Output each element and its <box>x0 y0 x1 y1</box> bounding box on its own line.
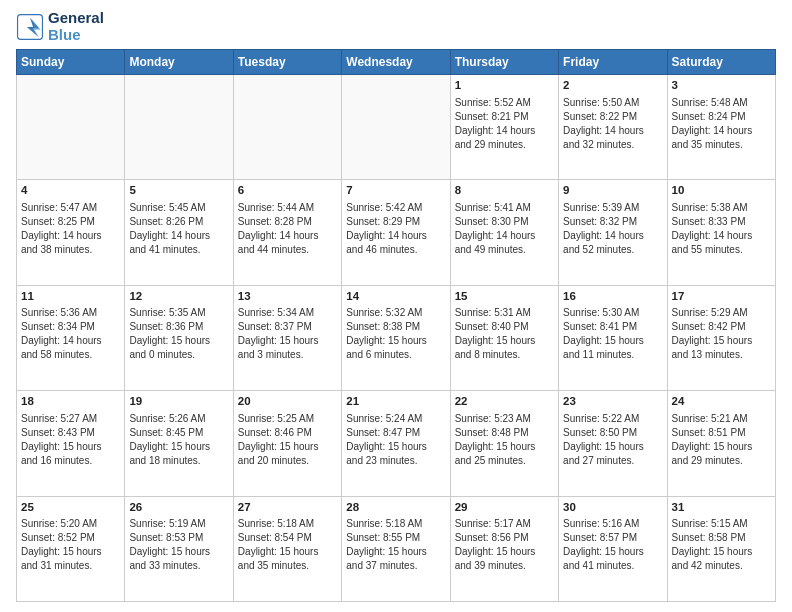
calendar-cell: 11Sunrise: 5:36 AM Sunset: 8:34 PM Dayli… <box>17 285 125 390</box>
day-number: 29 <box>455 500 554 516</box>
day-number: 9 <box>563 183 662 199</box>
day-number: 1 <box>455 78 554 94</box>
calendar-cell: 4Sunrise: 5:47 AM Sunset: 8:25 PM Daylig… <box>17 180 125 285</box>
day-number: 30 <box>563 500 662 516</box>
day-info: Sunrise: 5:21 AM Sunset: 8:51 PM Dayligh… <box>672 412 771 468</box>
calendar-cell: 7Sunrise: 5:42 AM Sunset: 8:29 PM Daylig… <box>342 180 450 285</box>
page: General Blue SundayMondayTuesdayWednesda… <box>0 0 792 612</box>
calendar-cell: 24Sunrise: 5:21 AM Sunset: 8:51 PM Dayli… <box>667 391 775 496</box>
day-number: 14 <box>346 289 445 305</box>
day-info: Sunrise: 5:27 AM Sunset: 8:43 PM Dayligh… <box>21 412 120 468</box>
day-info: Sunrise: 5:26 AM Sunset: 8:45 PM Dayligh… <box>129 412 228 468</box>
calendar-week-3: 11Sunrise: 5:36 AM Sunset: 8:34 PM Dayli… <box>17 285 776 390</box>
day-number: 16 <box>563 289 662 305</box>
logo: General Blue <box>16 10 104 43</box>
calendar-cell: 3Sunrise: 5:48 AM Sunset: 8:24 PM Daylig… <box>667 75 775 180</box>
calendar-cell: 17Sunrise: 5:29 AM Sunset: 8:42 PM Dayli… <box>667 285 775 390</box>
logo-text: General Blue <box>48 10 104 43</box>
day-info: Sunrise: 5:39 AM Sunset: 8:32 PM Dayligh… <box>563 201 662 257</box>
calendar-cell <box>233 75 341 180</box>
day-info: Sunrise: 5:47 AM Sunset: 8:25 PM Dayligh… <box>21 201 120 257</box>
day-number: 23 <box>563 394 662 410</box>
calendar-cell: 5Sunrise: 5:45 AM Sunset: 8:26 PM Daylig… <box>125 180 233 285</box>
calendar-cell: 21Sunrise: 5:24 AM Sunset: 8:47 PM Dayli… <box>342 391 450 496</box>
day-number: 8 <box>455 183 554 199</box>
day-info: Sunrise: 5:35 AM Sunset: 8:36 PM Dayligh… <box>129 306 228 362</box>
calendar-week-4: 18Sunrise: 5:27 AM Sunset: 8:43 PM Dayli… <box>17 391 776 496</box>
calendar-cell: 16Sunrise: 5:30 AM Sunset: 8:41 PM Dayli… <box>559 285 667 390</box>
calendar-cell: 20Sunrise: 5:25 AM Sunset: 8:46 PM Dayli… <box>233 391 341 496</box>
calendar-week-5: 25Sunrise: 5:20 AM Sunset: 8:52 PM Dayli… <box>17 496 776 601</box>
calendar-cell: 9Sunrise: 5:39 AM Sunset: 8:32 PM Daylig… <box>559 180 667 285</box>
day-header-monday: Monday <box>125 50 233 75</box>
day-info: Sunrise: 5:15 AM Sunset: 8:58 PM Dayligh… <box>672 517 771 573</box>
calendar-cell: 29Sunrise: 5:17 AM Sunset: 8:56 PM Dayli… <box>450 496 558 601</box>
day-header-wednesday: Wednesday <box>342 50 450 75</box>
day-header-sunday: Sunday <box>17 50 125 75</box>
day-number: 6 <box>238 183 337 199</box>
day-info: Sunrise: 5:32 AM Sunset: 8:38 PM Dayligh… <box>346 306 445 362</box>
day-info: Sunrise: 5:23 AM Sunset: 8:48 PM Dayligh… <box>455 412 554 468</box>
day-info: Sunrise: 5:16 AM Sunset: 8:57 PM Dayligh… <box>563 517 662 573</box>
calendar-week-1: 1Sunrise: 5:52 AM Sunset: 8:21 PM Daylig… <box>17 75 776 180</box>
day-header-friday: Friday <box>559 50 667 75</box>
calendar-cell: 15Sunrise: 5:31 AM Sunset: 8:40 PM Dayli… <box>450 285 558 390</box>
day-number: 28 <box>346 500 445 516</box>
day-info: Sunrise: 5:18 AM Sunset: 8:54 PM Dayligh… <box>238 517 337 573</box>
day-info: Sunrise: 5:17 AM Sunset: 8:56 PM Dayligh… <box>455 517 554 573</box>
day-number: 20 <box>238 394 337 410</box>
day-number: 26 <box>129 500 228 516</box>
day-info: Sunrise: 5:38 AM Sunset: 8:33 PM Dayligh… <box>672 201 771 257</box>
day-info: Sunrise: 5:31 AM Sunset: 8:40 PM Dayligh… <box>455 306 554 362</box>
calendar-cell: 6Sunrise: 5:44 AM Sunset: 8:28 PM Daylig… <box>233 180 341 285</box>
day-info: Sunrise: 5:30 AM Sunset: 8:41 PM Dayligh… <box>563 306 662 362</box>
day-number: 3 <box>672 78 771 94</box>
calendar: SundayMondayTuesdayWednesdayThursdayFrid… <box>16 49 776 602</box>
header: General Blue <box>16 10 776 43</box>
day-info: Sunrise: 5:41 AM Sunset: 8:30 PM Dayligh… <box>455 201 554 257</box>
day-number: 15 <box>455 289 554 305</box>
day-number: 24 <box>672 394 771 410</box>
calendar-cell: 2Sunrise: 5:50 AM Sunset: 8:22 PM Daylig… <box>559 75 667 180</box>
calendar-cell: 1Sunrise: 5:52 AM Sunset: 8:21 PM Daylig… <box>450 75 558 180</box>
calendar-cell: 30Sunrise: 5:16 AM Sunset: 8:57 PM Dayli… <box>559 496 667 601</box>
day-number: 18 <box>21 394 120 410</box>
day-number: 4 <box>21 183 120 199</box>
day-number: 27 <box>238 500 337 516</box>
day-info: Sunrise: 5:44 AM Sunset: 8:28 PM Dayligh… <box>238 201 337 257</box>
calendar-cell: 22Sunrise: 5:23 AM Sunset: 8:48 PM Dayli… <box>450 391 558 496</box>
day-header-saturday: Saturday <box>667 50 775 75</box>
day-number: 12 <box>129 289 228 305</box>
logo-icon <box>16 13 44 41</box>
calendar-cell: 19Sunrise: 5:26 AM Sunset: 8:45 PM Dayli… <box>125 391 233 496</box>
day-info: Sunrise: 5:34 AM Sunset: 8:37 PM Dayligh… <box>238 306 337 362</box>
day-number: 13 <box>238 289 337 305</box>
day-info: Sunrise: 5:24 AM Sunset: 8:47 PM Dayligh… <box>346 412 445 468</box>
calendar-cell: 10Sunrise: 5:38 AM Sunset: 8:33 PM Dayli… <box>667 180 775 285</box>
day-info: Sunrise: 5:36 AM Sunset: 8:34 PM Dayligh… <box>21 306 120 362</box>
day-info: Sunrise: 5:52 AM Sunset: 8:21 PM Dayligh… <box>455 96 554 152</box>
day-info: Sunrise: 5:45 AM Sunset: 8:26 PM Dayligh… <box>129 201 228 257</box>
calendar-cell: 31Sunrise: 5:15 AM Sunset: 8:58 PM Dayli… <box>667 496 775 601</box>
calendar-cell: 25Sunrise: 5:20 AM Sunset: 8:52 PM Dayli… <box>17 496 125 601</box>
calendar-cell <box>342 75 450 180</box>
calendar-cell: 12Sunrise: 5:35 AM Sunset: 8:36 PM Dayli… <box>125 285 233 390</box>
day-number: 10 <box>672 183 771 199</box>
day-number: 17 <box>672 289 771 305</box>
calendar-cell: 26Sunrise: 5:19 AM Sunset: 8:53 PM Dayli… <box>125 496 233 601</box>
day-number: 25 <box>21 500 120 516</box>
calendar-cell: 23Sunrise: 5:22 AM Sunset: 8:50 PM Dayli… <box>559 391 667 496</box>
calendar-cell: 27Sunrise: 5:18 AM Sunset: 8:54 PM Dayli… <box>233 496 341 601</box>
day-number: 22 <box>455 394 554 410</box>
calendar-cell <box>17 75 125 180</box>
day-number: 21 <box>346 394 445 410</box>
day-info: Sunrise: 5:22 AM Sunset: 8:50 PM Dayligh… <box>563 412 662 468</box>
day-info: Sunrise: 5:25 AM Sunset: 8:46 PM Dayligh… <box>238 412 337 468</box>
calendar-cell: 14Sunrise: 5:32 AM Sunset: 8:38 PM Dayli… <box>342 285 450 390</box>
calendar-header-row: SundayMondayTuesdayWednesdayThursdayFrid… <box>17 50 776 75</box>
day-header-thursday: Thursday <box>450 50 558 75</box>
day-number: 7 <box>346 183 445 199</box>
calendar-week-2: 4Sunrise: 5:47 AM Sunset: 8:25 PM Daylig… <box>17 180 776 285</box>
day-number: 11 <box>21 289 120 305</box>
day-info: Sunrise: 5:19 AM Sunset: 8:53 PM Dayligh… <box>129 517 228 573</box>
